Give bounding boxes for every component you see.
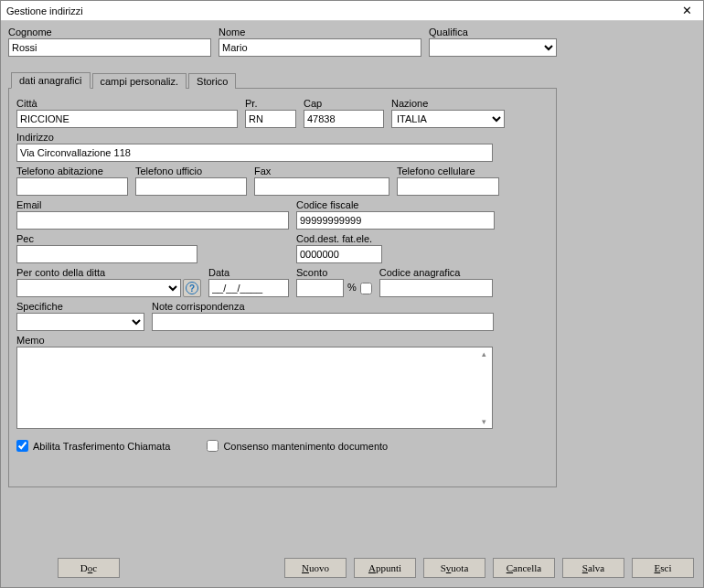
citta-input[interactable] — [16, 110, 238, 128]
percent-label: % — [347, 282, 357, 295]
abilita-trasferimento-label: Abilita Trasferimento Chiamata — [33, 441, 170, 452]
pec-label: Pec — [16, 233, 197, 244]
codanag-label: Codice anagrafica — [379, 267, 493, 278]
cap-label: Cap — [304, 98, 384, 109]
scroll-up-icon[interactable]: ▴ — [477, 349, 490, 358]
sconto-label: Sconto — [296, 267, 344, 278]
codice-fiscale-label: Codice fiscale — [296, 199, 495, 210]
specifiche-select[interactable] — [16, 313, 144, 331]
tab-dati-anagrafici[interactable]: dati anagrafici — [11, 72, 91, 89]
citta-label: Città — [16, 98, 238, 109]
coddest-label: Cod.dest. fat.ele. — [296, 233, 382, 244]
doc-button[interactable]: Doc — [58, 558, 120, 578]
button-bar: Doc Nuovo Appunti Svuota Cancella Salva … — [1, 558, 703, 578]
close-button[interactable]: ✕ — [674, 3, 699, 19]
memo-label: Memo — [16, 335, 493, 346]
tab-campi-personaliz[interactable]: campi personaliz. — [92, 73, 187, 89]
tel-abitazione-input[interactable] — [16, 177, 128, 196]
nazione-label: Nazione — [391, 98, 505, 109]
help-button[interactable]: ? — [183, 279, 201, 297]
note-input[interactable] — [152, 313, 494, 331]
email-label: Email — [16, 199, 289, 210]
cognome-input[interactable] — [8, 38, 211, 57]
help-icon: ? — [186, 282, 198, 294]
data-label: Data — [208, 267, 289, 278]
pec-input[interactable] — [16, 245, 197, 263]
tel-cellulare-label: Telefono cellulare — [397, 166, 499, 176]
title-bar: Gestione indirizzi ✕ — [1, 1, 703, 21]
tel-ufficio-input[interactable] — [135, 177, 247, 196]
nazione-select[interactable]: ITALIA — [391, 110, 505, 128]
tel-abitazione-label: Telefono abitazione — [16, 166, 128, 176]
appunti-button[interactable]: Appunti — [354, 558, 416, 578]
indirizzo-input[interactable] — [16, 144, 493, 162]
data-input[interactable] — [208, 279, 289, 297]
perconto-label: Per conto della ditta — [16, 267, 181, 278]
tel-ufficio-label: Telefono ufficio — [135, 166, 247, 176]
pr-input[interactable] — [245, 110, 296, 128]
tel-cellulare-input[interactable] — [397, 177, 499, 196]
sconto-input[interactable] — [296, 279, 344, 297]
consenso-label: Consenso mantenimento documento — [223, 441, 388, 452]
nome-input[interactable] — [219, 38, 421, 57]
cognome-label: Cognome — [8, 27, 211, 37]
svuota-button[interactable]: Svuota — [423, 558, 485, 578]
pr-label: Pr. — [245, 98, 296, 109]
scroll-down-icon[interactable]: ▾ — [477, 417, 490, 426]
close-icon: ✕ — [682, 4, 692, 17]
qualifica-select[interactable] — [429, 38, 557, 57]
nuovo-button[interactable]: Nuovo — [284, 558, 347, 578]
cancella-button[interactable]: Cancella — [493, 558, 555, 578]
salva-button[interactable]: Salva — [562, 558, 624, 578]
tab-strip: dati anagrafici campi personaliz. Storic… — [11, 73, 238, 89]
nome-label: Nome — [219, 27, 421, 37]
codice-fiscale-input[interactable] — [296, 211, 495, 230]
tab-storico[interactable]: Storico — [188, 73, 236, 89]
consenso-checkbox[interactable] — [207, 440, 219, 452]
abilita-trasferimento-checkbox[interactable] — [16, 440, 28, 452]
qualifica-label: Qualifica — [429, 27, 557, 37]
sconto-checkbox[interactable] — [360, 283, 372, 294]
fax-input[interactable] — [254, 177, 389, 196]
email-input[interactable] — [16, 211, 289, 230]
codanag-input[interactable] — [379, 279, 493, 297]
note-label: Note corrispondenza — [152, 301, 494, 312]
indirizzo-label: Indirizzo — [16, 132, 493, 143]
coddest-input[interactable] — [296, 245, 382, 263]
esci-button[interactable]: Esci — [632, 558, 694, 578]
specifiche-label: Specifiche — [16, 301, 144, 312]
window-title: Gestione indirizzi — [6, 5, 83, 16]
fax-label: Fax — [254, 166, 389, 176]
cap-input[interactable] — [304, 110, 384, 128]
perconto-select[interactable] — [16, 279, 181, 297]
memo-textarea[interactable]: ▴ ▾ — [16, 347, 493, 429]
